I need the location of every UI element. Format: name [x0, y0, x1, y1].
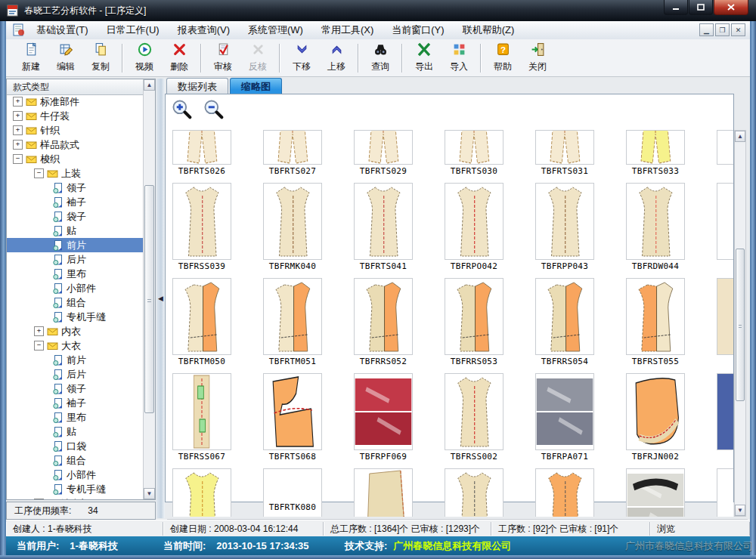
menu-item-4[interactable]: 常用工具(X) [314, 21, 381, 39]
thumbnail-image[interactable] [172, 373, 231, 450]
tree-item-leaf-9[interactable]: 贴 [7, 224, 144, 238]
menu-item-1[interactable]: 日常工作(U) [99, 21, 167, 39]
toolbar-button-move-down[interactable]: 下移 [284, 41, 319, 76]
tree-scrollbar-thumb[interactable] [144, 185, 154, 413]
toolbar-button-move-up[interactable]: 上移 [319, 41, 354, 76]
thumbnail-missing[interactable]: TBFRTK080 [263, 468, 322, 517]
expand-icon[interactable]: + [13, 125, 23, 135]
thumbnail-image[interactable] [354, 468, 413, 517]
tree-item-folder-16[interactable]: +内衣 [7, 324, 144, 338]
thumbnail-image[interactable] [263, 373, 322, 450]
tree-item-leaf-7[interactable]: 袖子 [7, 195, 144, 209]
scroll-down-icon[interactable]: ▼ [735, 505, 745, 516]
menu-item-2[interactable]: 报表查询(V) [170, 21, 237, 39]
mdi-close-button[interactable]: ✕ [731, 23, 745, 36]
tree-item-leaf-18[interactable]: 前片 [7, 353, 144, 367]
toolbar-button-search[interactable]: 查询 [363, 41, 398, 76]
toolbar-button-close[interactable]: 关闭 [520, 41, 555, 76]
tree-item-leaf-23[interactable]: 贴 [7, 425, 144, 439]
expand-icon[interactable]: + [34, 326, 44, 336]
thumbnail-image[interactable] [717, 373, 733, 450]
tree-item-leaf-10[interactable]: 前片 [7, 238, 144, 252]
expand-icon[interactable]: + [13, 97, 23, 107]
thumbnail-image[interactable] [172, 468, 231, 517]
tree-item-leaf-25[interactable]: 组合 [7, 453, 144, 468]
thumbnail-image[interactable] [626, 278, 685, 355]
toolbar-button-edit[interactable]: 编辑 [48, 41, 83, 76]
menu-item-6[interactable]: 联机帮助(Z) [455, 21, 522, 39]
menu-item-0[interactable]: 基础设置(T) [29, 21, 96, 39]
tree-item-leaf-13[interactable]: 小部件 [7, 281, 144, 295]
thumbnail-image[interactable] [354, 130, 413, 165]
tree-item-leaf-15[interactable]: 专机手缝 [7, 310, 144, 324]
toolbar-button-import[interactable]: 导入 [442, 41, 476, 76]
tree-scrollbar[interactable]: ▲ ▼ [143, 79, 155, 499]
menu-item-3[interactable]: 系统管理(W) [240, 21, 311, 39]
thumbnail-image[interactable] [717, 278, 733, 355]
collapse-icon[interactable]: − [34, 168, 44, 178]
tree-item-leaf-12[interactable]: 里布 [7, 267, 144, 281]
thumbnail-image[interactable] [263, 183, 322, 260]
collapse-icon[interactable]: − [13, 154, 23, 164]
tree-item-leaf-27[interactable]: 专机手缝 [7, 482, 144, 496]
thumbnail-image[interactable] [263, 130, 322, 165]
thumbnail-image[interactable] [535, 468, 594, 517]
toolbar-button-video[interactable]: 视频 [127, 41, 162, 76]
tree-item-folder-1[interactable]: +牛仔装 [7, 109, 144, 123]
mdi-restore-button[interactable]: ❐ [715, 23, 730, 36]
thumbnail-image[interactable] [445, 468, 503, 517]
expand-icon[interactable]: + [13, 111, 23, 121]
tab-thumbnails[interactable]: 缩略图 [230, 78, 282, 94]
menu-item-5[interactable]: 当前窗口(Y) [384, 21, 451, 39]
thumbnail-image[interactable] [354, 183, 413, 260]
thumbnail-image[interactable] [535, 183, 594, 260]
thumbnail-photo[interactable] [354, 373, 413, 450]
thumbnail-photo[interactable] [626, 468, 685, 517]
splitter[interactable]: ◀ [156, 79, 165, 518]
thumbnail-image[interactable] [445, 373, 503, 450]
scroll-up-icon[interactable]: ▲ [144, 79, 155, 91]
tree-item-leaf-22[interactable]: 里布 [7, 410, 144, 425]
thumbnail-image[interactable] [535, 278, 594, 355]
tree-item-leaf-8[interactable]: 袋子 [7, 209, 144, 224]
maximize-button[interactable] [689, 0, 713, 15]
thumbnail-image[interactable] [717, 183, 733, 260]
minimize-button[interactable] [664, 0, 688, 15]
tree-item-folder-3[interactable]: +样品款式 [7, 137, 144, 152]
thumbnail-image[interactable] [626, 183, 685, 260]
thumbnail-image[interactable] [717, 468, 733, 517]
tree-item-folder-4[interactable]: −梭织 [7, 152, 144, 166]
tree-item-folder-2[interactable]: +针织 [7, 123, 144, 137]
thumbnail-image[interactable] [626, 130, 685, 165]
zoom-in-icon[interactable] [172, 99, 192, 119]
thumbnail-image[interactable] [717, 130, 733, 165]
tree-item-leaf-19[interactable]: 后片 [7, 367, 144, 381]
tree-item-leaf-26[interactable]: 小部件 [7, 468, 144, 482]
toolbar-button-delete[interactable]: 删除 [162, 41, 197, 76]
thumbnail-image[interactable] [445, 130, 503, 165]
thumbnail-image[interactable] [445, 183, 503, 260]
thumbnail-image[interactable] [172, 183, 231, 260]
scroll-up-icon[interactable]: ▲ [735, 131, 745, 142]
tree-item-leaf-21[interactable]: 袖子 [7, 396, 144, 410]
thumbnail-image[interactable] [354, 278, 413, 355]
tree-item-folder-17[interactable]: −大衣 [7, 338, 144, 353]
toolbar-button-new[interactable]: 新建 [14, 41, 48, 76]
close-button[interactable] [714, 0, 748, 15]
expand-icon[interactable]: + [34, 499, 44, 499]
tree-item-leaf-24[interactable]: 口袋 [7, 439, 144, 453]
toolbar-button-copy[interactable]: 复制 [83, 41, 118, 76]
thumbnail-image[interactable] [445, 278, 503, 355]
vertical-scrollbar-thumb[interactable] [736, 249, 745, 401]
collapse-icon[interactable]: − [34, 341, 44, 351]
thumbnail-image[interactable] [172, 130, 231, 165]
tree-item-leaf-20[interactable]: 领子 [7, 381, 144, 396]
toolbar-button-export[interactable]: 导出 [407, 41, 442, 76]
thumbnail-photo[interactable] [535, 373, 594, 450]
expand-icon[interactable]: + [13, 140, 23, 150]
thumbnail-image[interactable] [263, 278, 322, 355]
zoom-out-icon[interactable] [203, 99, 224, 119]
tree-item-folder-0[interactable]: +标准部件 [7, 94, 144, 109]
tree-item-leaf-14[interactable]: 组合 [7, 295, 144, 310]
tree-item-leaf-6[interactable]: 领子 [7, 181, 144, 195]
